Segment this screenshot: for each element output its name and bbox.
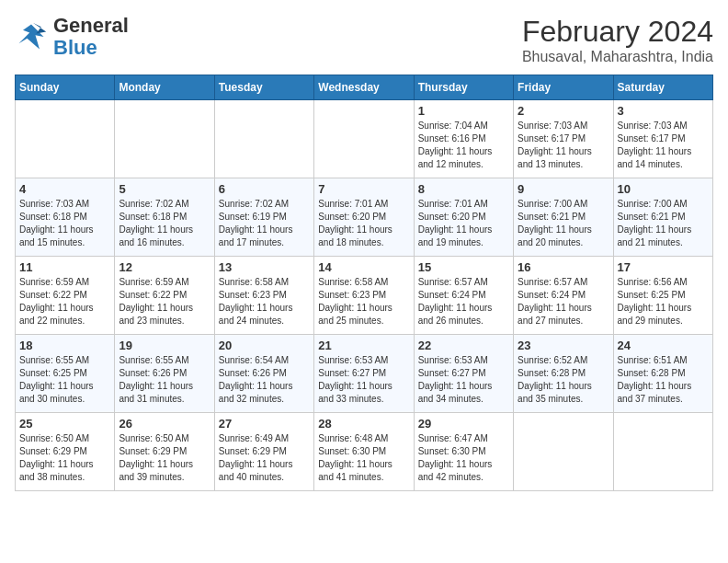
day-sun-info: Sunrise: 7:02 AM Sunset: 6:18 PM Dayligh… [119, 198, 210, 249]
day-sun-info: Sunrise: 7:02 AM Sunset: 6:19 PM Dayligh… [219, 198, 310, 249]
calendar-title: February 2024 [522, 15, 713, 49]
day-sun-info: Sunrise: 6:52 AM Sunset: 6:28 PM Dayligh… [518, 354, 609, 406]
calendar-day-cell: 25Sunrise: 6:50 AM Sunset: 6:29 PM Dayli… [16, 413, 115, 491]
day-sun-info: Sunrise: 6:47 AM Sunset: 6:30 PM Dayligh… [418, 432, 509, 484]
calendar-day-cell [613, 413, 712, 491]
day-sun-info: Sunrise: 6:53 AM Sunset: 6:27 PM Dayligh… [318, 354, 409, 406]
calendar-week-row: 25Sunrise: 6:50 AM Sunset: 6:29 PM Dayli… [16, 413, 713, 491]
day-number: 27 [219, 417, 310, 431]
day-number: 9 [518, 182, 609, 196]
day-number: 18 [19, 339, 110, 352]
calendar-day-cell: 6Sunrise: 7:02 AM Sunset: 6:19 PM Daylig… [214, 178, 313, 257]
day-number: 22 [418, 339, 509, 352]
day-sun-info: Sunrise: 6:57 AM Sunset: 6:24 PM Dayligh… [518, 276, 609, 327]
day-sun-info: Sunrise: 6:50 AM Sunset: 6:29 PM Dayligh… [19, 432, 110, 484]
day-sun-info: Sunrise: 7:00 AM Sunset: 6:21 PM Dayligh… [618, 198, 709, 249]
day-number: 14 [318, 260, 409, 274]
day-number: 19 [119, 339, 210, 352]
day-sun-info: Sunrise: 6:57 AM Sunset: 6:24 PM Dayligh… [418, 276, 509, 327]
calendar-day-cell: 28Sunrise: 6:48 AM Sunset: 6:30 PM Dayli… [314, 413, 414, 491]
calendar-day-cell: 10Sunrise: 7:00 AM Sunset: 6:21 PM Dayli… [613, 178, 712, 257]
calendar-day-cell: 20Sunrise: 6:54 AM Sunset: 6:26 PM Dayli… [214, 335, 313, 413]
day-number: 11 [19, 260, 110, 274]
day-sun-info: Sunrise: 6:55 AM Sunset: 6:25 PM Dayligh… [19, 354, 110, 406]
calendar-table: SundayMondayTuesdayWednesdayThursdayFrid… [15, 75, 713, 491]
day-sun-info: Sunrise: 6:54 AM Sunset: 6:26 PM Dayligh… [219, 354, 310, 406]
logo-bird-icon [15, 20, 48, 53]
day-sun-info: Sunrise: 7:00 AM Sunset: 6:21 PM Dayligh… [518, 198, 609, 249]
day-sun-info: Sunrise: 6:56 AM Sunset: 6:25 PM Dayligh… [618, 276, 709, 327]
calendar-day-cell: 5Sunrise: 7:02 AM Sunset: 6:18 PM Daylig… [115, 178, 214, 257]
calendar-day-cell: 9Sunrise: 7:00 AM Sunset: 6:21 PM Daylig… [514, 178, 613, 257]
calendar-day-cell: 14Sunrise: 6:58 AM Sunset: 6:23 PM Dayli… [314, 257, 414, 335]
day-sun-info: Sunrise: 7:03 AM Sunset: 6:17 PM Dayligh… [518, 120, 609, 171]
calendar-day-cell [214, 100, 313, 178]
calendar-day-cell [16, 100, 115, 178]
day-sun-info: Sunrise: 6:55 AM Sunset: 6:26 PM Dayligh… [119, 354, 210, 406]
calendar-day-cell: 7Sunrise: 7:01 AM Sunset: 6:20 PM Daylig… [314, 178, 414, 257]
day-number: 23 [518, 339, 609, 352]
calendar-day-cell: 26Sunrise: 6:50 AM Sunset: 6:29 PM Dayli… [115, 413, 214, 491]
calendar-day-cell: 13Sunrise: 6:58 AM Sunset: 6:23 PM Dayli… [214, 257, 313, 335]
day-sun-info: Sunrise: 6:51 AM Sunset: 6:28 PM Dayligh… [618, 354, 709, 406]
weekday-header-monday: Monday [115, 75, 214, 100]
calendar-week-row: 1Sunrise: 7:04 AM Sunset: 6:16 PM Daylig… [16, 100, 713, 178]
day-number: 26 [119, 417, 210, 431]
calendar-day-cell: 19Sunrise: 6:55 AM Sunset: 6:26 PM Dayli… [115, 335, 214, 413]
day-number: 4 [19, 182, 110, 196]
calendar-day-cell: 4Sunrise: 7:03 AM Sunset: 6:18 PM Daylig… [16, 178, 115, 257]
calendar-day-cell [514, 413, 613, 491]
day-number: 12 [119, 260, 210, 274]
calendar-week-row: 11Sunrise: 6:59 AM Sunset: 6:22 PM Dayli… [16, 257, 713, 335]
calendar-week-row: 18Sunrise: 6:55 AM Sunset: 6:25 PM Dayli… [16, 335, 713, 413]
day-sun-info: Sunrise: 6:50 AM Sunset: 6:29 PM Dayligh… [119, 432, 210, 484]
calendar-day-cell [115, 100, 214, 178]
calendar-day-cell: 27Sunrise: 6:49 AM Sunset: 6:29 PM Dayli… [214, 413, 313, 491]
calendar-day-cell: 2Sunrise: 7:03 AM Sunset: 6:17 PM Daylig… [514, 100, 613, 178]
day-sun-info: Sunrise: 6:59 AM Sunset: 6:22 PM Dayligh… [119, 276, 210, 327]
calendar-day-cell: 22Sunrise: 6:53 AM Sunset: 6:27 PM Dayli… [414, 335, 513, 413]
day-sun-info: Sunrise: 6:58 AM Sunset: 6:23 PM Dayligh… [219, 276, 310, 327]
day-number: 20 [219, 339, 310, 352]
weekday-header-sunday: Sunday [16, 75, 115, 100]
day-number: 16 [518, 260, 609, 274]
title-block: February 2024 Bhusaval, Maharashtra, Ind… [522, 15, 713, 65]
day-sun-info: Sunrise: 6:53 AM Sunset: 6:27 PM Dayligh… [418, 354, 509, 406]
day-number: 13 [219, 260, 310, 274]
weekday-header-friday: Friday [514, 75, 613, 100]
logo: General Blue [15, 15, 129, 59]
weekday-header-row: SundayMondayTuesdayWednesdayThursdayFrid… [16, 75, 713, 100]
day-sun-info: Sunrise: 7:01 AM Sunset: 6:20 PM Dayligh… [418, 198, 509, 249]
calendar-day-cell: 29Sunrise: 6:47 AM Sunset: 6:30 PM Dayli… [414, 413, 513, 491]
calendar-day-cell: 3Sunrise: 7:03 AM Sunset: 6:17 PM Daylig… [613, 100, 712, 178]
calendar-day-cell: 24Sunrise: 6:51 AM Sunset: 6:28 PM Dayli… [613, 335, 712, 413]
day-number: 1 [418, 104, 509, 118]
calendar-week-row: 4Sunrise: 7:03 AM Sunset: 6:18 PM Daylig… [16, 178, 713, 257]
page-header: General Blue February 2024 Bhusaval, Mah… [15, 15, 713, 65]
day-number: 7 [318, 182, 409, 196]
day-number: 29 [418, 417, 509, 431]
logo-blue-text: Blue [53, 36, 97, 59]
day-number: 15 [418, 260, 509, 274]
calendar-day-cell: 12Sunrise: 6:59 AM Sunset: 6:22 PM Dayli… [115, 257, 214, 335]
weekday-header-thursday: Thursday [414, 75, 513, 100]
day-sun-info: Sunrise: 7:03 AM Sunset: 6:17 PM Dayligh… [618, 120, 709, 171]
day-number: 8 [418, 182, 509, 196]
svg-marker-0 [19, 25, 44, 50]
day-number: 10 [618, 182, 709, 196]
day-number: 21 [318, 339, 409, 352]
calendar-day-cell: 18Sunrise: 6:55 AM Sunset: 6:25 PM Dayli… [16, 335, 115, 413]
calendar-day-cell: 11Sunrise: 6:59 AM Sunset: 6:22 PM Dayli… [16, 257, 115, 335]
day-sun-info: Sunrise: 6:58 AM Sunset: 6:23 PM Dayligh… [318, 276, 409, 327]
day-sun-info: Sunrise: 7:01 AM Sunset: 6:20 PM Dayligh… [318, 198, 409, 249]
day-number: 28 [318, 417, 409, 431]
day-number: 6 [219, 182, 310, 196]
day-number: 24 [618, 339, 709, 352]
day-number: 5 [119, 182, 210, 196]
day-number: 3 [618, 104, 709, 118]
calendar-day-cell: 21Sunrise: 6:53 AM Sunset: 6:27 PM Dayli… [314, 335, 414, 413]
calendar-subtitle: Bhusaval, Maharashtra, India [522, 49, 713, 65]
day-sun-info: Sunrise: 7:04 AM Sunset: 6:16 PM Dayligh… [418, 120, 509, 171]
day-sun-info: Sunrise: 6:48 AM Sunset: 6:30 PM Dayligh… [318, 432, 409, 484]
calendar-day-cell: 16Sunrise: 6:57 AM Sunset: 6:24 PM Dayli… [514, 257, 613, 335]
